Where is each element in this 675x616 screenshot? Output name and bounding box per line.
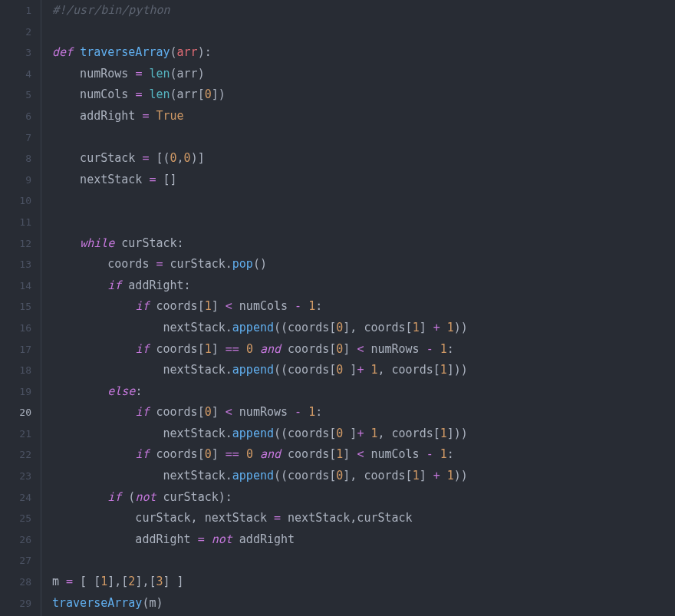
- code-token: ],[: [107, 575, 128, 588]
- code-token: 0: [246, 447, 253, 461]
- code-line[interactable]: [52, 550, 675, 572]
- code-token: [433, 342, 440, 356]
- line-number: 22: [0, 444, 31, 466]
- code-line[interactable]: nextStack.append((coords[0 ]+ 1, coords[…: [52, 423, 675, 445]
- code-token: (: [121, 490, 135, 504]
- code-token: [52, 447, 135, 461]
- code-token: while: [80, 236, 114, 250]
- line-number: 1: [0, 0, 31, 21]
- code-line[interactable]: addRight = not addRight: [52, 529, 675, 551]
- code-line[interactable]: m = [ [1],[2],[3] ]: [52, 572, 675, 593]
- code-line[interactable]: curStack, nextStack = nextStack,curStack: [52, 508, 675, 529]
- code-token: [440, 469, 447, 483]
- code-token: ]: [343, 427, 357, 440]
- code-line[interactable]: curStack = [(0,0)]: [52, 148, 675, 170]
- code-token: curStack:: [114, 236, 183, 250]
- line-number: 4: [0, 64, 31, 85]
- line-number: 18: [0, 360, 31, 381]
- line-number: 26: [0, 529, 31, 551]
- line-number: 7: [0, 127, 31, 149]
- code-token: ],[: [135, 575, 156, 588]
- code-line[interactable]: coords = curStack.pop(): [52, 254, 675, 275]
- code-token: def: [52, 45, 80, 59]
- code-token: [52, 278, 107, 292]
- code-token: coords[: [281, 447, 336, 461]
- code-token: +: [433, 469, 440, 483]
- code-token: ], coords[: [343, 321, 412, 334]
- code-token: ]: [343, 342, 357, 356]
- code-token: ]: [212, 447, 226, 461]
- code-token: 1: [440, 342, 447, 356]
- line-number: 12: [0, 233, 31, 255]
- code-line[interactable]: [52, 212, 675, 233]
- code-token: ]: [420, 469, 433, 483]
- code-line[interactable]: [52, 127, 675, 149]
- code-token: 0: [205, 447, 212, 461]
- code-token: append: [232, 469, 274, 483]
- code-token: 0: [170, 151, 177, 165]
- line-number: 2: [0, 21, 31, 43]
- code-token: =: [274, 511, 281, 525]
- code-token: ]: [212, 405, 226, 419]
- code-token: 0: [205, 405, 212, 419]
- code-line[interactable]: addRight = True: [52, 106, 675, 127]
- code-line[interactable]: nextStack.append((coords[0], coords[1] +…: [52, 466, 675, 487]
- code-token: not: [135, 490, 156, 504]
- code-line[interactable]: else:: [52, 381, 675, 403]
- code-token: [52, 405, 135, 419]
- code-token: curStack):: [156, 490, 232, 504]
- code-token: )): [454, 321, 468, 334]
- code-token: 0: [336, 427, 343, 440]
- code-line[interactable]: traverseArray(m): [52, 593, 675, 614]
- code-token: append: [232, 427, 274, 440]
- code-token: 0: [336, 321, 343, 334]
- code-line[interactable]: while curStack:: [52, 233, 675, 255]
- code-token: 0: [336, 363, 343, 377]
- code-line[interactable]: nextStack = []: [52, 170, 675, 191]
- code-token: :: [447, 342, 454, 356]
- code-line[interactable]: nextStack.append((coords[0], coords[1] +…: [52, 318, 675, 339]
- code-editor-content[interactable]: #!/usr/bin/pythondef traverseArray(arr):…: [41, 0, 675, 616]
- code-line[interactable]: #!/usr/bin/python: [52, 0, 675, 21]
- code-token: -: [426, 342, 433, 356]
- code-token: )): [454, 469, 468, 483]
- line-number: 17: [0, 339, 31, 361]
- code-token: 1: [440, 427, 447, 440]
- code-line[interactable]: if coords[0] < numRows - 1:: [52, 402, 675, 423]
- code-line[interactable]: if (not curStack):: [52, 487, 675, 509]
- code-line[interactable]: nextStack.append((coords[0 ]+ 1, coords[…: [52, 360, 675, 381]
- line-number: 3: [0, 42, 31, 64]
- code-line[interactable]: if coords[0] == 0 and coords[1] < numCol…: [52, 444, 675, 466]
- code-token: ] ]: [163, 575, 184, 588]
- code-line[interactable]: numCols = len(arr[0]): [52, 84, 675, 106]
- code-token: 0: [336, 469, 343, 483]
- code-token: len: [149, 67, 170, 81]
- code-line[interactable]: if coords[1] == 0 and coords[0] < numRow…: [52, 339, 675, 361]
- code-line[interactable]: if addRight:: [52, 275, 675, 297]
- code-line[interactable]: [52, 190, 675, 212]
- code-line[interactable]: if coords[1] < numCols - 1:: [52, 296, 675, 318]
- code-token: nextStack.: [52, 363, 232, 377]
- code-token: [52, 299, 135, 313]
- code-line[interactable]: numRows = len(arr): [52, 64, 675, 85]
- code-line[interactable]: def traverseArray(arr):: [52, 42, 675, 64]
- line-number: 21: [0, 423, 31, 445]
- code-token: <: [226, 299, 232, 313]
- code-line[interactable]: [52, 21, 675, 43]
- code-token: [52, 236, 80, 250]
- code-token: [301, 299, 308, 313]
- code-token: coords[: [149, 447, 204, 461]
- code-token: 0: [205, 87, 212, 101]
- code-token: 1: [336, 447, 343, 461]
- code-token: 0: [184, 151, 191, 165]
- code-token: (arr): [170, 67, 205, 81]
- code-token: 1: [100, 575, 107, 588]
- code-token: [239, 342, 246, 356]
- line-number: 28: [0, 572, 31, 593]
- code-token: if: [135, 405, 149, 419]
- code-token: curStack, nextStack: [52, 511, 274, 525]
- code-token: traverseArray: [52, 596, 142, 610]
- code-token: [52, 490, 107, 504]
- code-token: , coords[: [377, 427, 440, 440]
- code-token: ((coords[: [274, 321, 336, 334]
